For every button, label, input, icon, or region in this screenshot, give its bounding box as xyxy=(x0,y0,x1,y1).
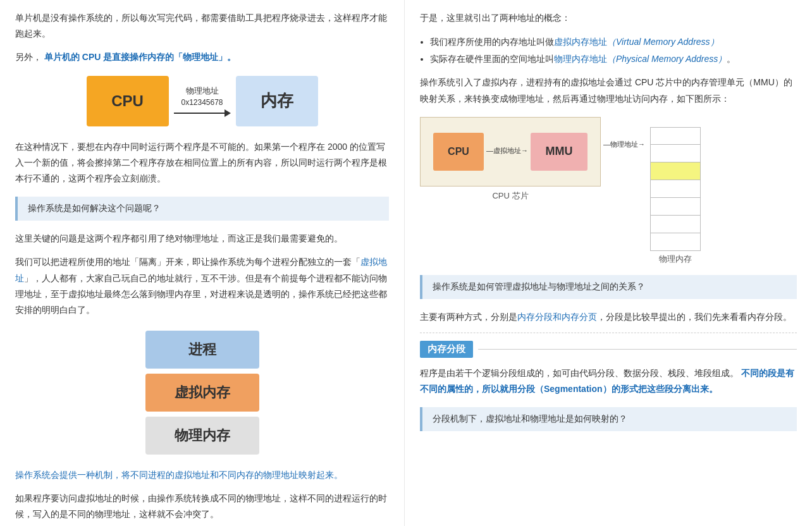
mem-strip-3-yellow xyxy=(650,162,701,180)
right-para3-prefix: 主要有两种方式，分别是 xyxy=(420,312,517,322)
right-column: 于是，这里就引出了两种地址的概念： 我们程序所使用的内存地址叫做虚拟内存地址（V… xyxy=(405,0,812,526)
mmu-diagram-container: CPU —虚拟地址→ MMU CPU 芯片 —物理地址→ xyxy=(420,117,797,265)
divider-dashed xyxy=(420,333,797,333)
bullet1-prefix: 我们程序所使用的内存地址叫做 xyxy=(430,37,554,47)
mem-strip-1 xyxy=(650,127,701,145)
cpu-chip-label: CPU 芯片 xyxy=(492,190,528,202)
mem-strip-2 xyxy=(650,145,701,162)
left-para1: 单片机是没有操作系统的，所以每次写完代码，都需要借助工具把程序烧录进去，这样程序… xyxy=(15,10,389,42)
phys-mem-box: 物理内存 xyxy=(145,417,259,455)
left-para4: 这里关键的问题是这两个程序都引用了绝对物理地址，而这正是我们最需要避免的。 xyxy=(15,231,389,247)
left-para5-prefix: 我们可以把进程所使用的地址「隔离」开来，即让操作系统为每个进程分配独立的一套「 xyxy=(15,257,360,267)
phys-addr-value: 0x12345678 xyxy=(181,98,223,107)
bullet2-link-en: （Physical Memory Address） xyxy=(607,54,727,64)
right-para1: 于是，这里就引出了两种地址的概念： xyxy=(420,10,797,26)
callout-2-text: 操作系统是如何管理虚拟地址与物理地址之间的关系？ xyxy=(433,281,645,291)
bullet2-suffix: 。 xyxy=(727,54,735,64)
phys-mem-right-label: 物理内存 xyxy=(650,254,701,265)
bullet-item-1: 我们程序所使用的内存地址叫做虚拟内存地址（Virtual Memory Addr… xyxy=(430,34,797,51)
right-para3-suffix: ，分段是比较早提出的，我们先来看看内存分段。 xyxy=(597,312,792,322)
callout-1-text: 操作系统是如何解决这个问题呢？ xyxy=(28,203,161,213)
phys-addr-arrow-label: —物理地址→ xyxy=(603,140,645,149)
mmu-left-part: CPU —虚拟地址→ MMU CPU 芯片 xyxy=(420,117,601,202)
mmu-cpu-box: CPU xyxy=(433,133,484,171)
callout-1: 操作系统是如何解决这个问题呢？ xyxy=(15,197,389,221)
virtual-mem-addr-link[interactable]: 虚拟内存地址 xyxy=(554,37,607,47)
mem-strip-5 xyxy=(650,198,701,216)
left-para3: 在这种情况下，要想在内存中同时运行两个程序是不可能的。如果第一个程序在 2000… xyxy=(15,139,389,187)
left-para2-prefix: 另外， xyxy=(15,52,42,62)
left-column: 单片机是没有操作系统的，所以每次写完代码，都需要借助工具把程序烧录进去，这样程序… xyxy=(0,0,405,526)
virtual-addr-arrow-label: —虚拟地址→ xyxy=(486,146,528,156)
cpu-box: CPU xyxy=(87,76,169,126)
arrow-head xyxy=(225,109,231,117)
memory-strips: 物理内存 xyxy=(650,127,701,265)
callout-3-text: 分段机制下，虚拟地址和物理地址是如何映射的？ xyxy=(433,413,627,424)
left-para7: 如果程序要访问虚拟地址的时候，由操作系统转换成不同的物理地址，这样不同的进程运行… xyxy=(15,491,389,522)
process-diagram: 进程 虚拟内存 物理内存 xyxy=(15,331,389,455)
left-para2: 另外， 单片机的 CPU 是直接操作内存的「物理地址」。 xyxy=(15,49,389,65)
process-box: 进程 xyxy=(145,331,259,369)
mem-strip-7 xyxy=(650,233,701,251)
phys-mem-addr-link[interactable]: 物理内存地址 xyxy=(554,54,607,64)
mem-seg-page-link[interactable]: 内存分段和内存分页 xyxy=(517,312,597,322)
virtual-addr-arrow-group: —虚拟地址→ xyxy=(486,146,528,157)
phys-addr-arrow-container: 物理地址 0x12345678 xyxy=(174,85,231,117)
virtual-mem-box: 虚拟内存 xyxy=(145,374,259,412)
left-para5-suffix: 」，人人都有，大家自己玩自己的地址就行，互不干涉。但是有个前提每个进程都不能访问… xyxy=(15,273,387,315)
callout-3: 分段机制下，虚拟地址和物理地址是如何映射的？ xyxy=(420,407,797,431)
phys-addr-arrow-line xyxy=(174,109,231,117)
virtual-mem-label: 虚拟内存 xyxy=(175,383,230,402)
phys-addr-label: 物理地址 xyxy=(186,85,219,97)
right-para4-text: 程序是由若干个逻辑分段组成的，如可由代码分段、数据分段、栈段、堆段组成。 xyxy=(420,368,739,378)
left-para6: 操作系统会提供一种机制，将不同进程的虚拟地址和不同内存的物理地址映射起来。 xyxy=(15,467,389,483)
mmu-box: MMU xyxy=(531,133,587,171)
left-para6-highlight[interactable]: 操作系统会提供一种机制，将不同进程的虚拟地址和不同内存的物理地址映射起来。 xyxy=(15,470,343,480)
right-para4: 程序是由若干个逻辑分段组成的，如可由代码分段、数据分段、栈段、堆段组成。 不同的… xyxy=(420,365,797,397)
bullet1-link-en: （Virtual Memory Address） xyxy=(607,37,719,47)
section-badge-container: 内存分段 xyxy=(420,341,797,358)
cpu-chip-box: CPU —虚拟地址→ MMU xyxy=(420,117,601,187)
bullet-item-2: 实际存在硬件里面的空间地址叫物理内存地址（Physical Memory Add… xyxy=(430,51,797,68)
left-para2-highlight: 单片机的 CPU 是直接操作内存的「物理地址」。 xyxy=(44,52,236,62)
process-label: 进程 xyxy=(188,340,216,359)
callout-2: 操作系统是如何管理虚拟地址与物理地址之间的关系？ xyxy=(420,275,797,299)
badge-divider-line xyxy=(478,349,797,350)
right-para3: 主要有两种方式，分别是内存分段和内存分页，分段是比较早提出的，我们先来看看内存分… xyxy=(420,309,797,325)
mem-strip-6 xyxy=(650,216,701,233)
section-badge: 内存分段 xyxy=(420,341,473,358)
bullet2-prefix: 实际存在硬件里面的空间地址叫 xyxy=(430,54,554,64)
cpu-memory-diagram: CPU 物理地址 0x12345678 内存 xyxy=(15,76,389,126)
phys-addr-arrow-group: —物理地址→ xyxy=(603,140,648,149)
mem-strip-4 xyxy=(650,180,701,198)
left-para5: 我们可以把进程所使用的地址「隔离」开来，即让操作系统为每个进程分配独立的一套「虚… xyxy=(15,254,389,318)
address-bullet-list: 我们程序所使用的内存地址叫做虚拟内存地址（Virtual Memory Addr… xyxy=(430,34,797,67)
arrow-line-body xyxy=(174,113,225,114)
phys-mem-label: 物理内存 xyxy=(175,426,230,445)
right-para2: 操作系统引入了虚拟内存，进程持有的虚拟地址会通过 CPU 芯片中的内存管理单元（… xyxy=(420,75,797,106)
memory-box: 内存 xyxy=(236,76,318,126)
